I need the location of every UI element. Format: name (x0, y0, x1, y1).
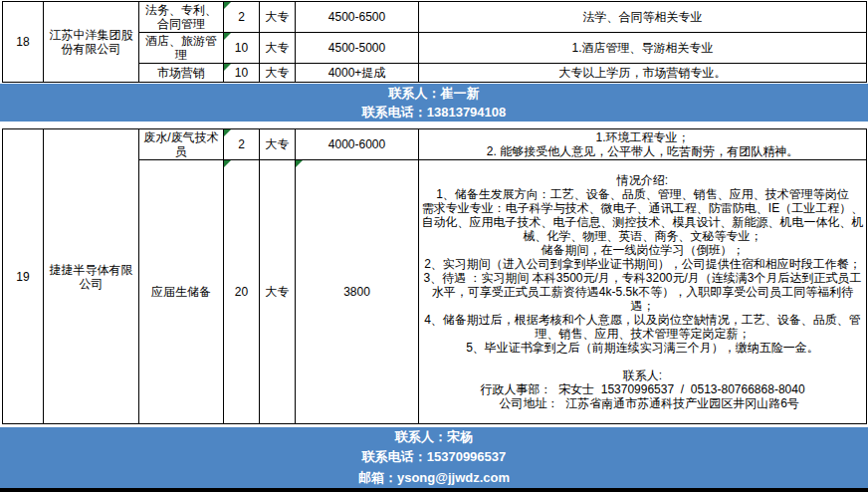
position-cell: 酒店、旅游管理 (139, 33, 224, 64)
requirement-cell: 大专以上学历，市场营销专业。 (419, 64, 867, 83)
headcount-cell: 2 (224, 2, 260, 33)
education-cell: 大专 (260, 64, 296, 83)
education-cell: 大专 (260, 2, 296, 33)
headcount-value: 2 (238, 10, 245, 24)
table-row: 18 江苏中洋集团股份有限公司 法务、专利、合同管理 2 大专 4500-650… (3, 2, 867, 33)
headcount-cell: 20 (224, 160, 260, 424)
company-name: 捷捷半导体有限公司 (44, 129, 139, 424)
salary-value: 3800 (343, 285, 370, 299)
row-number: 18 (3, 2, 44, 83)
requirement-cell: 法学、合同等相关专业 (419, 2, 867, 33)
headcount-cell: 10 (224, 33, 260, 64)
contact-phone: 联系电话：13813794108 (0, 103, 868, 122)
education-cell: 大专 (260, 160, 296, 424)
education-cell: 大专 (260, 129, 296, 160)
position-cell: 法务、专利、合同管理 (139, 2, 224, 33)
salary-cell: 4000+提成 (296, 64, 419, 83)
position-cell: 应届生储备 (139, 160, 224, 424)
error-indicator-icon (224, 64, 231, 71)
requirement-cell: 1.环境工程专业； 2. 能够接受他人意见，公平带人，吃苦耐劳，有团队精神。 (419, 129, 867, 160)
contact-phone: 联系电话：15370996537 (0, 447, 868, 467)
requirement-cell: 1.酒店管理、导游相关专业 (419, 33, 867, 64)
company-18-table: 18 江苏中洋集团股份有限公司 法务、专利、合同管理 2 大专 4500-650… (2, 1, 867, 83)
company-19-table: 19 捷捷半导体有限公司 废水/废气技术员 2 大专 4000-6000 1.环… (2, 128, 867, 424)
salary-cell: 4000-6000 (296, 129, 419, 160)
error-indicator-icon (224, 160, 231, 167)
headcount-cell: 10 (224, 64, 260, 83)
contact-person: 联系人：崔一新 (0, 84, 868, 103)
headcount-value: 2 (238, 137, 245, 151)
contact-band-company-19: 联系人：宋杨 联系电话：15370996537 邮箱：ysong@jjwdz.c… (0, 427, 868, 488)
headcount-value: 20 (235, 285, 248, 299)
position-cell: 废水/废气技术员 (139, 129, 224, 160)
bottom-border-bar (0, 488, 868, 492)
education-cell: 大专 (260, 33, 296, 64)
contact-email: 邮箱：ysong@jjwdz.com (0, 468, 868, 488)
recruitment-table-page: 18 江苏中洋集团股份有限公司 法务、专利、合同管理 2 大专 4500-650… (0, 0, 868, 492)
position-cell: 市场营销 (139, 64, 224, 83)
row-number: 19 (3, 129, 44, 424)
contact-person: 联系人：宋杨 (0, 427, 868, 447)
headcount-value: 10 (235, 66, 248, 80)
table-row: 19 捷捷半导体有限公司 废水/废气技术员 2 大专 4000-6000 1.环… (3, 129, 867, 160)
contact-band-company-18: 联系人：崔一新 联系电话：13813794108 (0, 84, 868, 122)
salary-cell: 4500-5000 (296, 33, 419, 64)
error-indicator-icon (224, 2, 231, 9)
error-indicator-icon (296, 160, 303, 167)
headcount-value: 10 (235, 41, 248, 55)
salary-cell: 4500-6500 (296, 2, 419, 33)
salary-cell: 3800 (296, 160, 419, 424)
requirement-cell: 情况介绍: 1、储备生发展方向：工艺、设备、品质、管理、销售、应用、技术管理等岗… (419, 160, 867, 424)
error-indicator-icon (224, 129, 231, 136)
company-name: 江苏中洋集团股份有限公司 (44, 2, 139, 83)
error-indicator-icon (224, 33, 231, 40)
headcount-cell: 2 (224, 129, 260, 160)
